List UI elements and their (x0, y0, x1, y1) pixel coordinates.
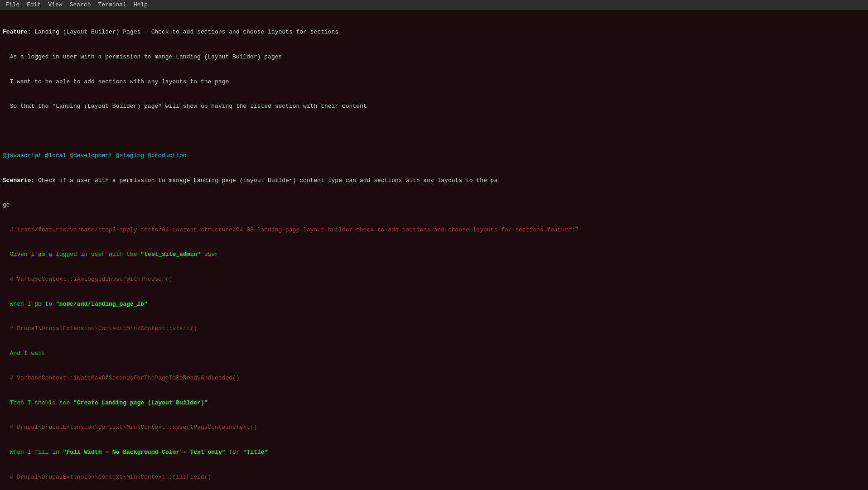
menu-help[interactable]: Help (130, 0, 151, 10)
menu-view[interactable]: View (44, 0, 66, 10)
line-1: As a logged in user with a permission to… (3, 53, 865, 61)
line-and-wait-1: And I wait (3, 350, 865, 358)
line-then-see-create: Then I should see "Create Landing page (… (3, 399, 865, 407)
line-blank1 (3, 127, 865, 135)
line-feature-header: Feature: Landing (Layout Builder) Pages … (3, 28, 865, 36)
line-comment-assert1: # Drupal\DrupalExtension\Context\MinkCon… (3, 423, 865, 432)
terminal-content: Feature: Landing (Layout Builder) Pages … (0, 10, 868, 490)
line-scenario: Scenario: Check if a user with a permiss… (3, 177, 865, 185)
line-tags: @javascript @local @development @staging… (3, 152, 865, 160)
line-3: So that the "Landing (Layout Builder) pa… (3, 102, 865, 110)
line-2: I want to be able to add sections with a… (3, 78, 865, 86)
menu-bar: File Edit View Search Terminal Help (0, 0, 868, 10)
line-fill-title: When I fill in "Full Width - No Backgrou… (3, 448, 865, 456)
line-comment-visit: # Drupal\DrupalExtension\Context\MinkCon… (3, 325, 865, 333)
line-given: Given I am a logged in user with the "te… (3, 250, 865, 259)
menu-search[interactable]: Search (66, 0, 95, 10)
line-comment-fill1: # Drupal\DrupalExtension\Context\MinkCon… (3, 473, 865, 481)
menu-edit[interactable]: Edit (23, 0, 44, 10)
line-comment-given: # VarbaseContext::iAmLoggedInUserWithThe… (3, 275, 865, 283)
line-comment-path: # tests/features/varbase/step2-apply-tes… (3, 226, 865, 234)
line-comment-wait1: # VarbaseContext::iWaitMaxOfSecondsForTh… (3, 374, 865, 382)
line-when-go: When I go to "node/add/landing_page_lb" (3, 300, 865, 308)
menu-file[interactable]: File (2, 0, 23, 10)
line-scenario-cont: ge (3, 201, 865, 209)
menu-terminal[interactable]: Terminal (94, 0, 130, 10)
